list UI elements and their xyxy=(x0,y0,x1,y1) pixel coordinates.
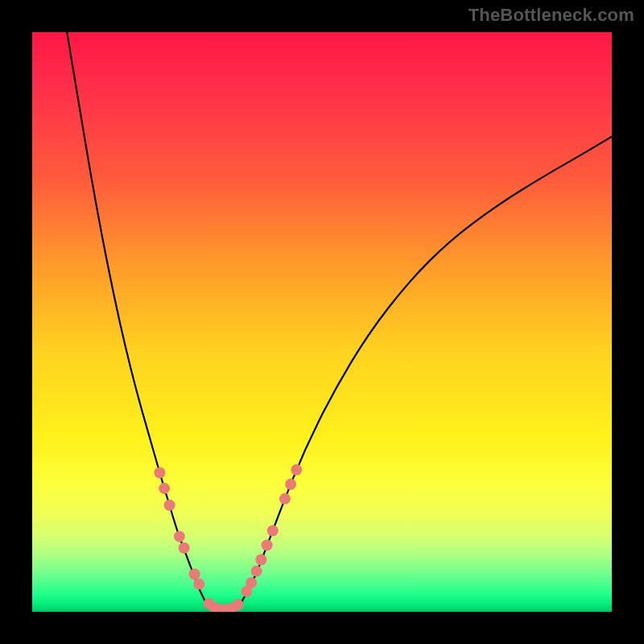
highlight-dot xyxy=(174,530,185,542)
highlight-dot xyxy=(262,539,273,551)
highlight-dot xyxy=(154,467,165,478)
highlight-dots-group xyxy=(154,464,302,612)
highlight-dot xyxy=(255,554,266,565)
highlight-dot xyxy=(246,577,257,588)
highlight-dot xyxy=(233,599,244,610)
plot-area xyxy=(32,32,612,612)
chart-container: TheBottleneck.com xyxy=(0,0,644,644)
highlight-dot xyxy=(267,525,279,536)
watermark-text: TheBottleneck.com xyxy=(469,5,634,26)
curve-right-branch xyxy=(241,137,612,604)
highlight-dot xyxy=(159,483,170,494)
highlight-dot xyxy=(179,543,190,554)
highlight-dot xyxy=(285,479,296,490)
highlight-dot xyxy=(164,500,175,511)
highlight-dot xyxy=(279,493,291,505)
curve-left-branch xyxy=(67,32,206,603)
highlight-dot xyxy=(193,578,204,589)
highlight-dot xyxy=(189,568,200,580)
highlight-dot xyxy=(251,566,262,577)
highlight-dot xyxy=(291,464,302,476)
chart-svg xyxy=(32,32,612,612)
